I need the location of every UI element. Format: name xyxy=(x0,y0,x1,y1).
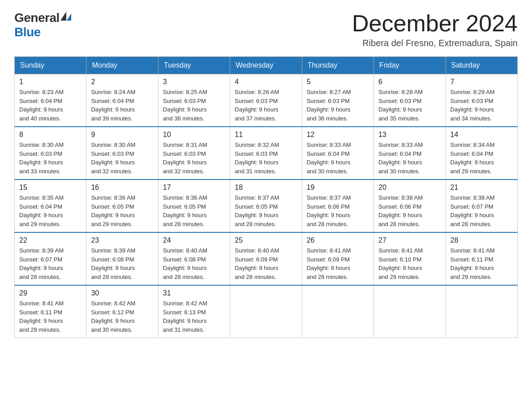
table-row: 20 Sunrise: 8:38 AM Sunset: 6:06 PM Dayl… xyxy=(374,180,446,232)
table-row: 19 Sunrise: 8:37 AM Sunset: 6:06 PM Dayl… xyxy=(302,180,373,232)
day-number: 22 xyxy=(19,236,82,244)
day-info: Sunrise: 8:33 AM Sunset: 6:04 PM Dayligh… xyxy=(307,141,369,176)
table-row: 1 Sunrise: 8:23 AM Sunset: 6:04 PM Dayli… xyxy=(15,74,86,127)
day-number: 20 xyxy=(378,184,441,192)
table-row: 17 Sunrise: 8:36 AM Sunset: 6:05 PM Dayl… xyxy=(158,180,230,232)
day-number: 24 xyxy=(163,236,225,244)
table-row xyxy=(302,285,373,338)
day-info: Sunrise: 8:30 AM Sunset: 6:03 PM Dayligh… xyxy=(91,141,153,176)
page-header: General Blue December 2024 Ribera del Fr… xyxy=(14,11,518,48)
day-number: 31 xyxy=(163,289,225,297)
day-number: 21 xyxy=(450,184,513,192)
day-number: 7 xyxy=(450,78,513,86)
day-number: 17 xyxy=(163,184,225,192)
table-row: 31 Sunrise: 8:42 AM Sunset: 6:13 PM Dayl… xyxy=(158,285,230,338)
day-number: 9 xyxy=(91,131,153,139)
day-info: Sunrise: 8:30 AM Sunset: 6:03 PM Dayligh… xyxy=(19,141,82,176)
day-info: Sunrise: 8:39 AM Sunset: 6:07 PM Dayligh… xyxy=(19,246,82,281)
table-row: 16 Sunrise: 8:36 AM Sunset: 6:05 PM Dayl… xyxy=(86,180,158,232)
table-row xyxy=(230,285,302,338)
table-row: 2 Sunrise: 8:24 AM Sunset: 6:04 PM Dayli… xyxy=(86,74,158,127)
col-sunday: Sunday xyxy=(15,57,86,74)
table-row: 5 Sunrise: 8:27 AM Sunset: 6:03 PM Dayli… xyxy=(302,74,373,127)
table-row: 11 Sunrise: 8:32 AM Sunset: 6:03 PM Dayl… xyxy=(230,127,302,180)
day-info: Sunrise: 8:38 AM Sunset: 6:06 PM Dayligh… xyxy=(378,193,441,228)
table-row: 8 Sunrise: 8:30 AM Sunset: 6:03 PM Dayli… xyxy=(15,127,86,180)
col-monday: Monday xyxy=(86,57,158,74)
table-row: 23 Sunrise: 8:39 AM Sunset: 6:08 PM Dayl… xyxy=(86,232,158,285)
day-info: Sunrise: 8:33 AM Sunset: 6:04 PM Dayligh… xyxy=(378,141,441,176)
logo-general-text: General xyxy=(14,11,60,25)
day-number: 6 xyxy=(378,78,441,86)
day-number: 16 xyxy=(91,184,153,192)
day-info: Sunrise: 8:31 AM Sunset: 6:03 PM Dayligh… xyxy=(163,141,225,176)
day-info: Sunrise: 8:32 AM Sunset: 6:03 PM Dayligh… xyxy=(235,141,297,176)
col-wednesday: Wednesday xyxy=(230,57,302,74)
day-number: 11 xyxy=(235,131,297,139)
day-info: Sunrise: 8:27 AM Sunset: 6:03 PM Dayligh… xyxy=(307,88,369,123)
day-info: Sunrise: 8:38 AM Sunset: 6:07 PM Dayligh… xyxy=(450,193,513,228)
day-info: Sunrise: 8:36 AM Sunset: 6:05 PM Dayligh… xyxy=(91,193,153,228)
day-number: 27 xyxy=(378,236,441,244)
logo-triangle-dark xyxy=(60,12,66,21)
day-number: 15 xyxy=(19,184,82,192)
table-row: 28 Sunrise: 8:41 AM Sunset: 6:11 PM Dayl… xyxy=(446,232,517,285)
day-info: Sunrise: 8:28 AM Sunset: 6:03 PM Dayligh… xyxy=(378,88,441,123)
day-number: 8 xyxy=(19,131,82,139)
day-info: Sunrise: 8:37 AM Sunset: 6:05 PM Dayligh… xyxy=(235,193,297,228)
col-thursday: Thursday xyxy=(302,57,373,74)
day-number: 23 xyxy=(91,236,153,244)
day-number: 4 xyxy=(235,78,297,86)
table-row: 18 Sunrise: 8:37 AM Sunset: 6:05 PM Dayl… xyxy=(230,180,302,232)
day-number: 25 xyxy=(235,236,297,244)
day-number: 2 xyxy=(91,78,153,86)
month-title: December 2024 xyxy=(352,11,518,36)
table-row: 6 Sunrise: 8:28 AM Sunset: 6:03 PM Dayli… xyxy=(374,74,446,127)
table-row: 14 Sunrise: 8:34 AM Sunset: 6:04 PM Dayl… xyxy=(446,127,517,180)
table-row xyxy=(446,285,517,338)
day-number: 5 xyxy=(307,78,369,86)
day-info: Sunrise: 8:41 AM Sunset: 6:09 PM Dayligh… xyxy=(307,246,369,281)
day-info: Sunrise: 8:40 AM Sunset: 6:08 PM Dayligh… xyxy=(163,246,225,281)
day-number: 12 xyxy=(307,131,369,139)
day-number: 3 xyxy=(163,78,225,86)
day-number: 10 xyxy=(163,131,225,139)
table-row: 22 Sunrise: 8:39 AM Sunset: 6:07 PM Dayl… xyxy=(15,232,86,285)
day-number: 30 xyxy=(91,289,153,297)
day-info: Sunrise: 8:25 AM Sunset: 6:03 PM Dayligh… xyxy=(163,88,225,123)
day-info: Sunrise: 8:40 AM Sunset: 6:09 PM Dayligh… xyxy=(235,246,297,281)
calendar-header-row: Sunday Monday Tuesday Wednesday Thursday… xyxy=(15,57,518,74)
col-friday: Friday xyxy=(374,57,446,74)
table-row: 12 Sunrise: 8:33 AM Sunset: 6:04 PM Dayl… xyxy=(302,127,373,180)
day-info: Sunrise: 8:24 AM Sunset: 6:04 PM Dayligh… xyxy=(91,88,153,123)
table-row: 4 Sunrise: 8:26 AM Sunset: 6:03 PM Dayli… xyxy=(230,74,302,127)
day-number: 28 xyxy=(450,236,513,244)
day-number: 14 xyxy=(450,131,513,139)
day-info: Sunrise: 8:42 AM Sunset: 6:12 PM Dayligh… xyxy=(91,299,153,334)
calendar-week-row: 15 Sunrise: 8:35 AM Sunset: 6:04 PM Dayl… xyxy=(15,180,518,232)
table-row: 24 Sunrise: 8:40 AM Sunset: 6:08 PM Dayl… xyxy=(158,232,230,285)
table-row: 10 Sunrise: 8:31 AM Sunset: 6:03 PM Dayl… xyxy=(158,127,230,180)
day-info: Sunrise: 8:42 AM Sunset: 6:13 PM Dayligh… xyxy=(163,299,225,334)
day-info: Sunrise: 8:35 AM Sunset: 6:04 PM Dayligh… xyxy=(19,193,82,228)
table-row: 13 Sunrise: 8:33 AM Sunset: 6:04 PM Dayl… xyxy=(374,127,446,180)
calendar-table: Sunday Monday Tuesday Wednesday Thursday… xyxy=(14,56,518,338)
day-number: 29 xyxy=(19,289,82,297)
col-tuesday: Tuesday xyxy=(158,57,230,74)
table-row: 3 Sunrise: 8:25 AM Sunset: 6:03 PM Dayli… xyxy=(158,74,230,127)
day-info: Sunrise: 8:41 AM Sunset: 6:11 PM Dayligh… xyxy=(19,299,82,334)
table-row: 26 Sunrise: 8:41 AM Sunset: 6:09 PM Dayl… xyxy=(302,232,373,285)
day-info: Sunrise: 8:36 AM Sunset: 6:05 PM Dayligh… xyxy=(163,193,225,228)
day-number: 19 xyxy=(307,184,369,192)
table-row xyxy=(374,285,446,338)
day-info: Sunrise: 8:34 AM Sunset: 6:04 PM Dayligh… xyxy=(450,141,513,176)
logo-blue-text: Blue xyxy=(14,25,41,39)
day-info: Sunrise: 8:26 AM Sunset: 6:03 PM Dayligh… xyxy=(235,88,297,123)
table-row: 7 Sunrise: 8:29 AM Sunset: 6:03 PM Dayli… xyxy=(446,74,517,127)
calendar-week-row: 29 Sunrise: 8:41 AM Sunset: 6:11 PM Dayl… xyxy=(15,285,518,338)
day-info: Sunrise: 8:23 AM Sunset: 6:04 PM Dayligh… xyxy=(19,88,82,123)
table-row: 9 Sunrise: 8:30 AM Sunset: 6:03 PM Dayli… xyxy=(86,127,158,180)
day-number: 18 xyxy=(235,184,297,192)
day-number: 1 xyxy=(19,78,82,86)
day-info: Sunrise: 8:29 AM Sunset: 6:03 PM Dayligh… xyxy=(450,88,513,123)
